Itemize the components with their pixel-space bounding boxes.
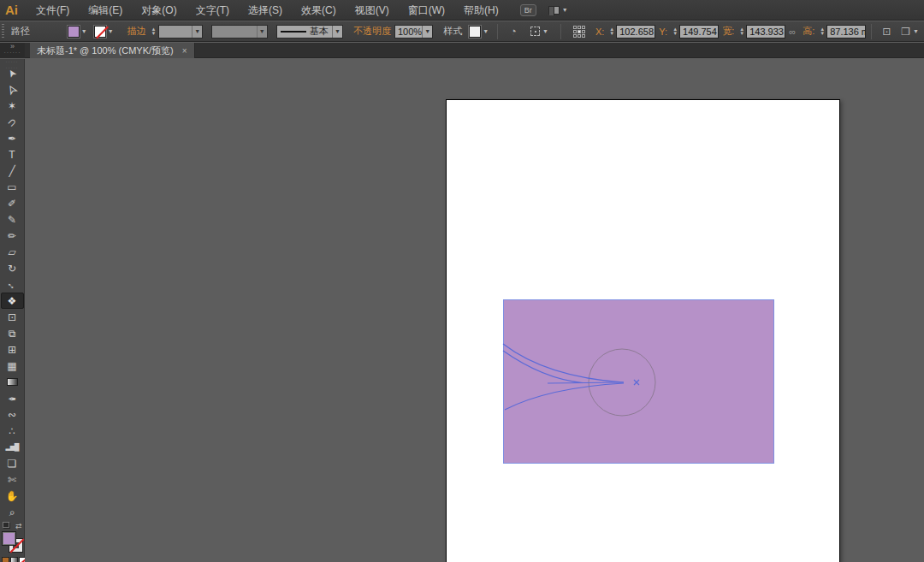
width-profile-combo[interactable]: ▼	[211, 25, 267, 38]
type-tool[interactable]: T	[1, 146, 24, 163]
align-button[interactable]: ▼	[530, 27, 548, 36]
fill-swatch[interactable]	[68, 26, 80, 38]
chevron-down-icon[interactable]: ▼	[192, 26, 202, 38]
eyedropper-tool[interactable]: ✒	[1, 390, 24, 406]
isolate-selection-icon[interactable]: ⊡	[882, 26, 891, 38]
y-stepper[interactable]: ▲▼	[672, 27, 678, 36]
swap-fill-stroke-icon[interactable]: ⇄	[15, 522, 22, 530]
pencil-tool[interactable]: ✎	[1, 211, 24, 228]
stroke-weight-combo[interactable]: ▼	[158, 25, 204, 38]
slice-icon: ✄	[8, 474, 16, 486]
x-stepper[interactable]: ▲▼	[609, 27, 614, 36]
fill-color-combo[interactable]: ▼	[68, 26, 87, 38]
selection-tool[interactable]: ➤	[1, 65, 24, 81]
default-fill-stroke-icon[interactable]	[3, 522, 10, 529]
direct-selection-tool[interactable]: ➤	[1, 81, 24, 98]
stroke-link[interactable]: 描边	[124, 25, 150, 38]
workspace-icon	[548, 6, 560, 15]
eraser-tool[interactable]: ▱	[1, 244, 24, 260]
gradient-tool[interactable]	[1, 374, 24, 390]
slice-tool[interactable]: ✄	[1, 471, 24, 488]
double-chevron-icon: »	[10, 43, 15, 50]
recolor-artwork-icon[interactable]: ◔	[510, 25, 517, 38]
width-stepper[interactable]: ▲▼	[739, 27, 744, 36]
fill-swatch[interactable]	[2, 531, 16, 546]
align-icon	[530, 27, 540, 36]
menu-file[interactable]: 文件(F)	[27, 0, 79, 21]
shape-builder-tool[interactable]: ⧉	[1, 325, 24, 341]
y-field[interactable]: 149.754	[679, 25, 719, 38]
menu-view[interactable]: 视图(V)	[346, 0, 399, 21]
paintbrush-tool[interactable]: ✐	[1, 195, 24, 211]
chevron-down-icon[interactable]: ▼	[422, 26, 432, 38]
document-tab[interactable]: 未标题-1* @ 100% (CMYK/预览) ×	[30, 43, 195, 58]
opacity-link[interactable]: 不透明度	[350, 25, 394, 38]
x-field[interactable]: 102.658	[616, 25, 655, 38]
divider	[560, 24, 561, 39]
blob-brush-tool[interactable]: ✏	[1, 228, 24, 244]
opacity-value: 100%	[395, 27, 422, 37]
menu-type[interactable]: 文字(T)	[187, 0, 239, 21]
reference-point-grid[interactable]	[573, 26, 585, 38]
zoom-tool[interactable]: ⌕	[1, 504, 24, 520]
width-field[interactable]: 143.933	[746, 25, 785, 38]
hand-tool[interactable]: ✋	[1, 488, 24, 504]
menu-effect[interactable]: 效果(C)	[292, 0, 346, 21]
artwork-rectangle[interactable]	[503, 299, 774, 464]
height-label: 高:	[799, 25, 818, 38]
rotate-icon: ↻	[8, 263, 16, 275]
scale-tool[interactable]: ↔	[1, 276, 24, 293]
pen-tool[interactable]: ✒	[1, 130, 24, 146]
blob-brush-icon: ✏	[8, 230, 16, 242]
canvas[interactable]	[25, 59, 924, 562]
type-icon: T	[9, 149, 15, 161]
stroke-none-swatch[interactable]	[94, 26, 106, 38]
style-swatch[interactable]	[469, 26, 481, 38]
toolbar-grip[interactable]: ··········	[6, 59, 19, 65]
toolbar-collapse-button[interactable]: » ······	[0, 43, 25, 58]
rectangle-tool[interactable]: ▭	[1, 179, 24, 195]
magic-wand-tool[interactable]: ✶	[1, 98, 24, 114]
rectangle-icon: ▭	[7, 181, 16, 193]
mesh-tool[interactable]: ▦	[1, 358, 24, 374]
style-combo[interactable]: ▼	[469, 26, 489, 38]
stroke-color-combo[interactable]: ▼	[94, 26, 114, 38]
stroke-weight-stepper[interactable]: ▲▼	[151, 27, 157, 36]
lasso-tool[interactable]: ⊃	[1, 114, 24, 130]
bridge-button[interactable]: Br	[520, 4, 536, 16]
height-field[interactable]: 87.136 m	[826, 25, 866, 38]
menu-window[interactable]: 窗口(W)	[399, 0, 454, 21]
close-icon[interactable]: ×	[182, 46, 187, 56]
perspective-grid-tool[interactable]: ⊞	[1, 341, 24, 358]
menubar-right: Br ▼	[520, 4, 568, 16]
symbol-sprayer-tool[interactable]: ∴	[1, 423, 24, 439]
panel-grip[interactable]	[2, 24, 4, 39]
width-tool[interactable]: ❖	[1, 293, 24, 309]
width-icon: ❖	[8, 295, 17, 307]
column-graph-tool[interactable]: ▂▅█	[1, 439, 24, 455]
constrain-proportions-icon[interactable]: ∞	[789, 27, 796, 37]
menu-object[interactable]: 对象(O)	[132, 0, 186, 21]
rotate-tool[interactable]: ↻	[1, 260, 24, 276]
color-mode-button[interactable]	[2, 557, 9, 562]
chevron-down-icon[interactable]: ▼	[257, 26, 267, 38]
menu-help[interactable]: 帮助(H)	[454, 0, 508, 21]
menu-edit[interactable]: 编辑(E)	[79, 0, 132, 21]
swatch-area: ⇄	[0, 522, 25, 562]
blend-tool[interactable]: ∾	[1, 406, 24, 423]
select-similar-button[interactable]: ❒ ▼	[901, 26, 919, 38]
brush-definition-combo[interactable]: 基本 ▼	[276, 25, 343, 38]
gradient-mode-button[interactable]	[10, 557, 18, 562]
free-transform-tool[interactable]: ⊡	[1, 309, 24, 325]
gradient-icon	[7, 378, 18, 386]
symbol-sprayer-icon: ∴	[9, 425, 15, 437]
eyedropper-icon: ✒	[8, 393, 16, 405]
artboard-tool[interactable]: ❏	[1, 455, 24, 471]
workspace-switcher-button[interactable]: ▼	[548, 6, 568, 15]
line-segment-tool[interactable]: ╱	[1, 163, 24, 179]
chevron-down-icon[interactable]: ▼	[332, 26, 342, 38]
menu-select[interactable]: 选择(S)	[239, 0, 292, 21]
opacity-combo[interactable]: 100% ▼	[394, 25, 433, 38]
height-stepper[interactable]: ▲▼	[820, 27, 825, 36]
artboard[interactable]	[446, 99, 840, 562]
